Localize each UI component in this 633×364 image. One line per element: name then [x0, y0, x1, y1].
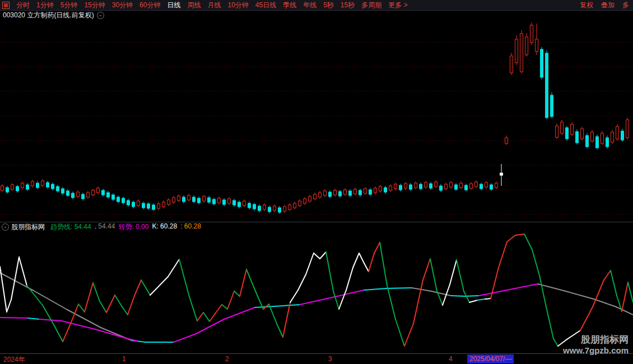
candle [556, 123, 558, 139]
toolbar-period-item[interactable]: 年线 [300, 1, 320, 10]
candle [319, 191, 322, 199]
toolbar-period-item[interactable]: 5秒 [320, 1, 337, 10]
candle [354, 188, 357, 195]
toolbar-period-item[interactable]: 5分钟 [57, 1, 81, 10]
candle [21, 181, 24, 189]
candle [82, 193, 85, 200]
main-candlestick-chart[interactable] [0, 20, 633, 222]
toolbar-right-item[interactable]: 叠加 [597, 1, 618, 10]
candle [591, 130, 594, 143]
candle [460, 181, 463, 189]
candle [243, 199, 246, 207]
candle [606, 136, 609, 148]
candle [218, 197, 221, 204]
candle [203, 195, 206, 203]
toolbar-period-item[interactable]: 多周期 [358, 1, 385, 10]
candle [344, 188, 347, 196]
toolbar-right-item[interactable]: 多 [618, 1, 633, 10]
toolbar-period-item[interactable]: 15秒 [337, 1, 358, 10]
watermark-name: 股朋指标网 [563, 334, 629, 346]
candle [167, 198, 170, 206]
candle [16, 185, 19, 193]
candle [581, 127, 584, 141]
candle [515, 35, 518, 65]
time-axis: 2024年12342025/04/07/— [0, 353, 633, 364]
candle [339, 190, 342, 198]
candle [278, 206, 281, 214]
candle [36, 181, 39, 189]
candle [546, 50, 548, 119]
indicator-value-label: : 60.28 [180, 222, 201, 232]
candle [238, 200, 241, 208]
candle [520, 30, 523, 73]
app-logo-icon[interactable] [2, 2, 10, 9]
candle [510, 53, 513, 75]
candle [530, 22, 533, 45]
candle [67, 189, 69, 197]
toolbar-period-item[interactable]: 10分钟 [224, 1, 252, 10]
candle [430, 182, 432, 190]
toolbar-period-item[interactable]: 60分钟 [136, 1, 164, 10]
candle [77, 190, 80, 198]
toolbar-period-item[interactable]: 季线 [280, 1, 300, 10]
candle [611, 130, 614, 144]
toolbar-right: 复权叠加多 [576, 1, 633, 10]
candle [389, 184, 392, 192]
candle [132, 200, 135, 208]
candle [263, 203, 266, 211]
toolbar-period-item[interactable]: 更多 > [385, 1, 411, 10]
toolbar-period-item[interactable]: 45日线 [252, 1, 280, 10]
cursor-date-label: 2025/04/07/— [467, 354, 514, 363]
candle [536, 24, 538, 55]
candle [309, 195, 311, 203]
chevron-down-icon[interactable]: ⌄ [97, 12, 104, 19]
watermark-url: www.7gpzb.com [563, 346, 629, 356]
candles-layer [1, 22, 629, 214]
top-toolbar: 分时1分钟5分钟15分钟30分钟60分钟日线周线月线10分钟45日线季线年线5秒… [0, 0, 633, 11]
indicator-collapse-icon[interactable]: ⌄ [2, 223, 9, 231]
candle [450, 181, 453, 189]
candle [601, 131, 604, 145]
axis-tick-label: 2024年 [3, 355, 25, 364]
candle [208, 196, 211, 204]
candle [223, 198, 226, 206]
toolbar-period-item[interactable]: 30分钟 [109, 1, 136, 10]
candle [87, 191, 90, 199]
candle [233, 199, 236, 207]
toolbar-period-item[interactable]: 1分钟 [33, 1, 57, 10]
toolbar-periods: 分时1分钟5分钟15分钟30分钟60分钟日线周线月线10分钟45日线季线年线5秒… [13, 1, 411, 10]
candle [394, 183, 397, 190]
candle [541, 47, 543, 80]
axis-tick-label: 2 [225, 355, 229, 363]
candle [46, 181, 49, 189]
toolbar-period-item[interactable]: 分时 [13, 1, 33, 10]
candle [304, 197, 306, 205]
candle [571, 122, 574, 136]
toolbar-period-item[interactable]: 月线 [204, 1, 224, 10]
candle [213, 198, 216, 206]
indicator-chart[interactable] [0, 231, 633, 353]
candle [294, 202, 296, 209]
toolbar-period-item[interactable]: 周线 [184, 1, 204, 10]
toolbar-period-item[interactable]: 日线 [164, 1, 184, 10]
candle [117, 195, 120, 203]
candle [475, 180, 478, 188]
candle [374, 186, 377, 194]
toolbar-right-item[interactable]: 复权 [576, 1, 597, 10]
candle [525, 33, 528, 57]
indicator-value-label: 趋势线: 54.44 [50, 222, 91, 232]
indicator-value-label: K: 60.28 [152, 222, 177, 232]
candle [72, 192, 75, 199]
candle [147, 202, 150, 210]
candle [283, 205, 286, 213]
candle [384, 186, 387, 194]
candle [52, 183, 54, 190]
candle [616, 124, 619, 141]
toolbar-period-item[interactable]: 15分钟 [81, 1, 108, 10]
candle [107, 191, 110, 199]
candle [273, 204, 276, 212]
candle [465, 184, 468, 192]
axis-tick-label: 4 [449, 355, 453, 363]
candle [490, 183, 493, 191]
candle [399, 184, 402, 192]
